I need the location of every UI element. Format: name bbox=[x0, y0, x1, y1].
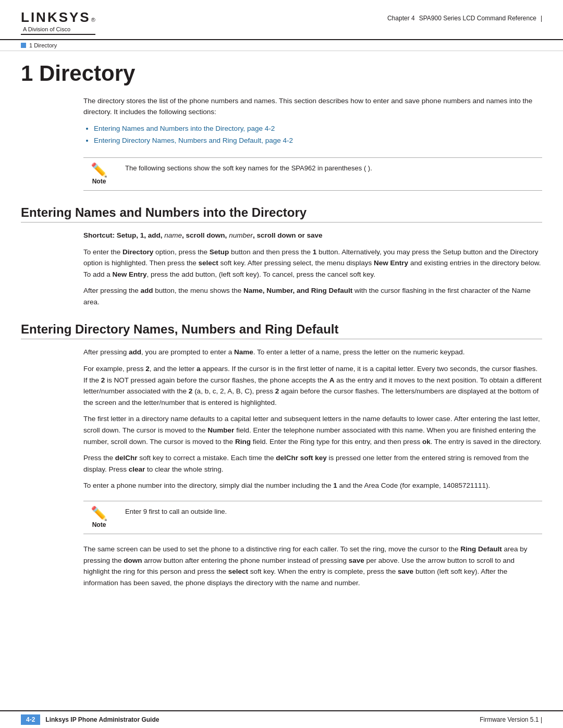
note-text-1: The following sections show the soft key… bbox=[125, 163, 372, 174]
intro-link-2[interactable]: Entering Directory Names, Numbers and Ri… bbox=[94, 137, 293, 144]
footer-left: 4-2 Linksys IP Phone Administrator Guide bbox=[21, 714, 159, 725]
note-label-1: Note bbox=[92, 178, 106, 185]
intro-section: The directory stores the list of the pho… bbox=[83, 96, 542, 147]
note-text-2: Enter 9 first to call an outside line. bbox=[125, 507, 227, 517]
section1-heading: Entering Names and Numbers into the Dire… bbox=[21, 205, 542, 223]
breadcrumb-text: 1 Directory bbox=[29, 42, 57, 48]
list-item[interactable]: Entering Names and Numbers into the Dire… bbox=[94, 123, 542, 135]
section1-para-2: After pressing the add button, the menu … bbox=[83, 285, 542, 307]
header-separator: | bbox=[541, 15, 542, 22]
page-header: LINKSYS® A Division of Cisco Chapter 4 S… bbox=[0, 0, 563, 40]
section2-para-2: For example, press 2, and the letter a a… bbox=[83, 363, 542, 408]
note-box-1: ✏️ Note The following sections show the … bbox=[83, 157, 542, 191]
page-title: 1 Directory bbox=[21, 61, 542, 85]
section1-para-1: To enter the Directory option, press the… bbox=[83, 246, 542, 280]
footer-firmware-label: Firmware Version 5.1 bbox=[480, 716, 538, 723]
note-icon-area-2: ✏️ Note bbox=[83, 507, 115, 528]
note-pencil-icon-2: ✏️ bbox=[91, 507, 107, 520]
intro-paragraph: The directory stores the list of the pho… bbox=[83, 96, 542, 118]
logo: LINKSYS® A Division of Cisco bbox=[21, 9, 95, 35]
note-pencil-icon-1: ✏️ bbox=[91, 163, 107, 177]
list-item[interactable]: Entering Directory Names, Numbers and Ri… bbox=[94, 135, 542, 147]
section2-continued-para-1: The same screen can be used to set the p… bbox=[83, 544, 542, 588]
page-footer: 4-2 Linksys IP Phone Administrator Guide… bbox=[0, 710, 563, 728]
section2-para-3: The first letter in a directory name def… bbox=[83, 413, 542, 447]
section2-para-1: After pressing add, you are prompted to … bbox=[83, 347, 542, 358]
logo-reg: ® bbox=[91, 17, 95, 23]
header-chapter-info: Chapter 4 SPA900 Series LCD Command Refe… bbox=[387, 9, 542, 22]
footer-right: Firmware Version 5.1 | bbox=[480, 716, 542, 723]
section1-content: Shortcut: Setup, 1, add, name, scroll do… bbox=[83, 230, 542, 308]
main-content: 1 Directory The directory stores the lis… bbox=[0, 51, 563, 614]
breadcrumb-icon bbox=[21, 43, 26, 48]
note-box-2: ✏️ Note Enter 9 first to call an outside… bbox=[83, 501, 542, 534]
logo-name: LINKSYS bbox=[21, 9, 91, 26]
footer-page-badge: 4-2 bbox=[21, 714, 40, 725]
section2-content: After pressing add, you are prompted to … bbox=[83, 347, 542, 491]
logo-underline bbox=[21, 34, 95, 35]
footer-right-separator: | bbox=[541, 716, 542, 723]
section2-para-4: Press the delChr soft key to correct a m… bbox=[83, 452, 542, 475]
section2-para-5: To enter a phone number into the directo… bbox=[83, 480, 542, 491]
chapter-title-short: SPA900 Series LCD Command Reference bbox=[419, 15, 536, 22]
breadcrumb: 1 Directory bbox=[0, 40, 563, 51]
chapter-label: Chapter 4 bbox=[387, 15, 415, 22]
note-label-2: Note bbox=[92, 521, 106, 528]
section2-heading: Entering Directory Names, Numbers and Ri… bbox=[21, 322, 542, 339]
footer-guide-title: Linksys IP Phone Administrator Guide bbox=[45, 716, 159, 723]
intro-link-1[interactable]: Entering Names and Numbers into the Dire… bbox=[94, 125, 275, 132]
note-icon-area-1: ✏️ Note bbox=[83, 163, 115, 185]
logo-division: A Division of Cisco bbox=[23, 26, 95, 32]
intro-links-list: Entering Names and Numbers into the Dire… bbox=[94, 123, 542, 147]
shortcut-line: Shortcut: Setup, 1, add, name, scroll do… bbox=[83, 230, 542, 241]
section2-continued-content: The same screen can be used to set the p… bbox=[83, 544, 542, 588]
